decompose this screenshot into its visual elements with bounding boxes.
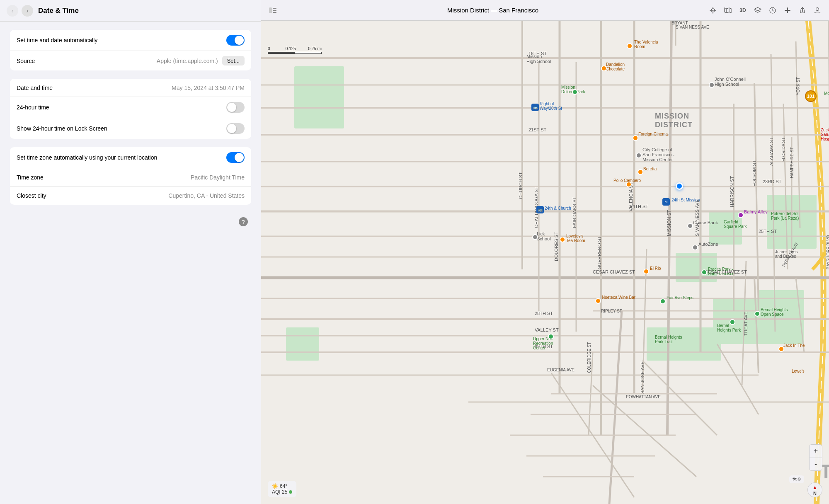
map-background[interactable]: 0 0.125 0.25 mi MISSIONDISTRICT 18TH ST …: [261, 21, 829, 504]
sun-icon: ☀️: [272, 483, 278, 489]
marker-el-rio[interactable]: [643, 269, 649, 274]
label-florida: FLORIDA ST: [781, 138, 786, 162]
marker-balmy[interactable]: [738, 212, 744, 218]
share-icon[interactable]: [797, 5, 807, 15]
marker-pollo[interactable]: [626, 182, 632, 187]
closest-city-value: Cupertino, CA - United States: [168, 192, 245, 199]
auto-time-toggle[interactable]: [226, 35, 245, 46]
source-label: Source: [17, 58, 35, 64]
help-button[interactable]: ?: [239, 217, 248, 226]
street-label-25th: 25TH ST: [759, 229, 777, 234]
marker-valencia-room[interactable]: [627, 43, 633, 49]
map-panel[interactable]: Mission District — San Francisco 3D: [261, 0, 829, 504]
help-area: ?: [10, 213, 251, 230]
marker-fair-steps[interactable]: [660, 298, 666, 304]
back-button[interactable]: ‹: [7, 5, 18, 17]
add-icon[interactable]: [783, 5, 793, 15]
compass[interactable]: ▲ N: [807, 482, 822, 497]
street-label-fairoaks: FAIR OAKS ST: [572, 197, 577, 228]
marker-20th-transit[interactable]: 🚌: [531, 104, 539, 111]
label-bryant: BRYANT: [671, 21, 688, 25]
clock-icon[interactable]: [768, 5, 778, 15]
auto-time-row: Set time and date automatically: [10, 30, 251, 51]
svg-rect-2: [273, 10, 276, 11]
marker-oconnell[interactable]: [709, 82, 715, 88]
24hour-lockscreen-row: Show 24-hour time on Lock Screen: [10, 118, 251, 139]
svg-point-9: [816, 7, 819, 10]
zoom-out-button[interactable]: -: [809, 458, 822, 471]
auto-timezone-row: Set time zone automatically using your c…: [10, 147, 251, 168]
marker-precita[interactable]: [701, 269, 707, 275]
scale-end: 0.25 mi: [308, 46, 322, 51]
date-time-value: May 15, 2024 at 3:50:47 PM: [172, 85, 245, 91]
titlebar: ‹ › Date & Time: [0, 0, 261, 22]
time-group: Date and time May 15, 2024 at 3:50:47 PM…: [10, 79, 251, 139]
location-icon[interactable]: [708, 5, 718, 15]
svg-rect-11: [294, 66, 344, 128]
auto-timezone-label: Set time zone automatically using your c…: [17, 154, 157, 161]
marker-24th-church[interactable]: 🚌: [536, 206, 544, 213]
label-hampshire: HAMPSHIRE ST: [790, 147, 794, 178]
marker-chase[interactable]: [687, 223, 693, 229]
aqi-row: AQI 25: [272, 489, 292, 495]
label-ripley: RIPLEY ST: [601, 309, 622, 313]
scale-mid: 0.125: [286, 46, 296, 51]
label-oconnell: John O'ConnellHigh School: [715, 77, 746, 87]
label-jackbox: Jack In The: [783, 343, 805, 348]
current-location-dot: [676, 182, 683, 190]
marker-autozone[interactable]: [692, 245, 698, 250]
date-time-label: Date and time: [17, 85, 53, 91]
zoom-in-button[interactable]: +: [809, 444, 822, 458]
label-noeteca: Noeteca Wine Bar: [602, 295, 635, 300]
street-label-church: CHURCH ST: [518, 172, 523, 199]
marker-foreign-cinema[interactable]: [633, 135, 638, 141]
layers-icon[interactable]: [753, 5, 763, 15]
3d-icon[interactable]: 3D: [738, 5, 748, 15]
forward-button[interactable]: ›: [22, 5, 33, 17]
source-row: Source Apple (time.apple.com.) Set...: [10, 51, 251, 70]
24hour-lockscreen-toggle-thumb: [227, 124, 236, 133]
svg-rect-1: [273, 8, 276, 9]
street-label-mission: MISSION ST: [667, 210, 671, 236]
marker-city-college[interactable]: [636, 153, 642, 158]
24hour-lockscreen-toggle[interactable]: [226, 123, 245, 134]
marker-upper-noe[interactable]: [548, 334, 554, 339]
set-button[interactable]: Set...: [222, 56, 245, 65]
scale-labels: 0 0.125 0.25 mi: [268, 46, 322, 51]
24hour-toggle[interactable]: [226, 102, 245, 113]
label-powhattan: POWHATTAN AVE: [626, 395, 661, 399]
marker-dolores-park[interactable]: [572, 89, 578, 95]
marker-24th-mission[interactable]: M: [662, 198, 670, 206]
label-lick: LickSchool: [537, 231, 551, 241]
marker-bernal-open[interactable]: [754, 311, 760, 317]
label-beretta: Beretta: [643, 167, 657, 171]
label-fair-steps: Fair Ave Steps: [667, 296, 693, 300]
marker-lick[interactable]: [532, 234, 538, 240]
auto-timezone-toggle[interactable]: [226, 152, 245, 163]
label-balmy: Balmy Alley: [744, 209, 768, 214]
label-autozone: AutoZone: [698, 242, 718, 247]
street-label-23rd: 23RD ST: [763, 179, 781, 184]
svg-rect-10: [261, 21, 829, 504]
scale-bar: 0 0.125 0.25 mi: [268, 46, 322, 54]
label-vanness-top: S VAN NESS AVE: [676, 25, 709, 29]
sidebar-icon[interactable]: [268, 5, 278, 15]
marker-dandelion[interactable]: [601, 65, 607, 71]
label-bernal-park: BernalHeights Park: [717, 323, 741, 332]
marker-noeteca[interactable]: [595, 298, 601, 304]
label-dandelion: DandelionChocolate: [606, 62, 625, 71]
24hour-toggle-thumb: [227, 103, 236, 112]
maps-icon[interactable]: [723, 5, 733, 15]
highway-101-badge: 101: [805, 90, 817, 102]
marker-lovejoy[interactable]: [560, 237, 565, 242]
label-city-college: City College ofSan Francisco -Mission Ce…: [642, 147, 674, 162]
profile-icon[interactable]: [812, 5, 822, 15]
auto-timezone-toggle-thumb: [235, 153, 244, 162]
timezone-value: Pacific Daylight Time: [191, 174, 245, 181]
marker-beretta[interactable]: [638, 169, 643, 175]
marker-bernal-park[interactable]: [730, 319, 735, 325]
svg-rect-17: [286, 327, 319, 361]
map-toolbar: Mission District — San Francisco 3D: [261, 0, 829, 21]
page-title: Date & Time: [38, 7, 79, 15]
marker-jackbox[interactable]: [778, 346, 784, 352]
